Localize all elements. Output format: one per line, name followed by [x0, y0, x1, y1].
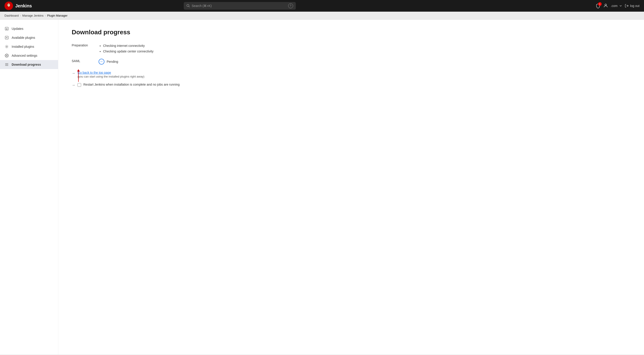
svg-point-4 — [9, 4, 10, 5]
installed-plugins-icon — [4, 44, 9, 49]
red-arrow-line — [78, 72, 79, 82]
sidebar-item-download-progress[interactable]: Download progress — [0, 60, 58, 69]
sidebar-label-installed-plugins: Installed plugins — [12, 45, 34, 48]
logout-icon — [625, 4, 629, 8]
back-to-top-link[interactable]: Go back to the top page — [78, 71, 111, 74]
preparation-content: Checking internet connectivity Checking … — [98, 43, 630, 54]
svg-line-6 — [189, 6, 190, 8]
advanced-settings-icon — [4, 53, 9, 58]
checklist-item-1: Checking internet connectivity — [103, 43, 630, 49]
pending-text: Pending — [107, 60, 118, 64]
svg-point-15 — [6, 55, 8, 56]
checklist-item-2: Checking update center connectivity — [103, 49, 630, 54]
jenkins-logo-icon — [4, 2, 13, 10]
back-link-content: Go back to the top page (you can start u… — [78, 71, 144, 78]
logout-button[interactable]: log out — [625, 4, 640, 8]
saml-section: SAML ··· Pending — [72, 59, 630, 64]
breadcrumb-plugin-manager: Plugin Manager — [47, 14, 68, 17]
updates-icon — [4, 26, 9, 31]
security-badge-count: 1 — [598, 2, 602, 6]
page-title: Download progress — [72, 29, 630, 36]
back-arrow-icon: → — [72, 71, 75, 75]
download-progress-icon — [4, 62, 9, 67]
sidebar-item-installed-plugins[interactable]: Installed plugins — [0, 42, 58, 51]
sidebar: Updates Available plugins Installed plug… — [0, 20, 58, 354]
preparation-label: Preparation — [72, 43, 90, 47]
logout-label: log out — [630, 4, 640, 8]
jenkins-logo-text: Jenkins — [15, 3, 32, 8]
main-header: Jenkins ? 1 .com — [0, 0, 644, 12]
restart-checkbox[interactable] — [78, 83, 81, 87]
jenkins-logo-link[interactable]: Jenkins — [4, 2, 32, 10]
breadcrumb: Dashboard › Manage Jenkins › Plugin Mana… — [0, 12, 644, 20]
svg-point-14 — [6, 46, 8, 47]
user-domain: .com — [611, 4, 618, 8]
sidebar-label-available-plugins: Available plugins — [12, 36, 35, 40]
sidebar-label-download-progress: Download progress — [12, 63, 41, 66]
svg-point-1 — [8, 4, 10, 7]
restart-section: → Restart Jenkins when installation is c… — [72, 83, 630, 87]
saml-content: ··· Pending — [98, 59, 630, 64]
preparation-section: Preparation Checking internet connectivi… — [72, 43, 630, 54]
red-annotation-arrow — [77, 69, 80, 82]
checklist: Checking internet connectivity Checking … — [98, 43, 630, 54]
restart-label: Restart Jenkins when installation is com… — [83, 83, 180, 86]
sidebar-label-advanced-settings: Advanced settings — [12, 54, 37, 57]
sidebar-item-advanced-settings[interactable]: Advanced settings — [0, 51, 58, 60]
restart-arrow-icon: → — [72, 83, 75, 87]
saml-label: SAML — [72, 59, 90, 63]
search-help-icon[interactable]: ? — [288, 3, 293, 8]
available-plugins-icon — [4, 36, 9, 40]
security-badge[interactable]: 1 — [596, 3, 600, 8]
svg-point-3 — [8, 4, 8, 5]
back-link-sub: (you can start using the installed plugi… — [78, 75, 144, 78]
breadcrumb-sep-2: › — [45, 14, 46, 17]
breadcrumb-sep-1: › — [20, 14, 21, 17]
search-input[interactable] — [192, 4, 286, 8]
user-dropdown-icon — [619, 4, 622, 7]
restart-inner: Restart Jenkins when installation is com… — [78, 83, 180, 87]
search-bar[interactable]: ? — [184, 2, 296, 10]
page-layout: Updates Available plugins Installed plug… — [0, 20, 644, 354]
breadcrumb-dashboard[interactable]: Dashboard — [4, 14, 19, 17]
svg-point-5 — [187, 4, 189, 7]
user-section[interactable]: .com — [611, 4, 622, 8]
user-avatar-icon[interactable] — [603, 3, 608, 9]
header-right: 1 .com log out — [596, 3, 640, 9]
pending-icon: ··· — [98, 59, 104, 64]
search-icon — [186, 4, 190, 8]
sidebar-item-available-plugins[interactable]: Available plugins — [0, 33, 58, 42]
breadcrumb-manage-jenkins[interactable]: Manage Jenkins — [22, 14, 44, 17]
svg-point-7 — [605, 4, 606, 6]
red-arrowhead — [77, 69, 80, 72]
sidebar-item-updates[interactable]: Updates — [0, 24, 58, 33]
back-link-row: → Go back to the top page (you can start… — [72, 71, 630, 78]
sidebar-label-updates: Updates — [12, 27, 23, 30]
pending-row: ··· Pending — [98, 59, 630, 64]
restart-row: → Restart Jenkins when installation is c… — [72, 83, 630, 87]
main-content: Download progress Preparation Checking i… — [58, 20, 644, 354]
